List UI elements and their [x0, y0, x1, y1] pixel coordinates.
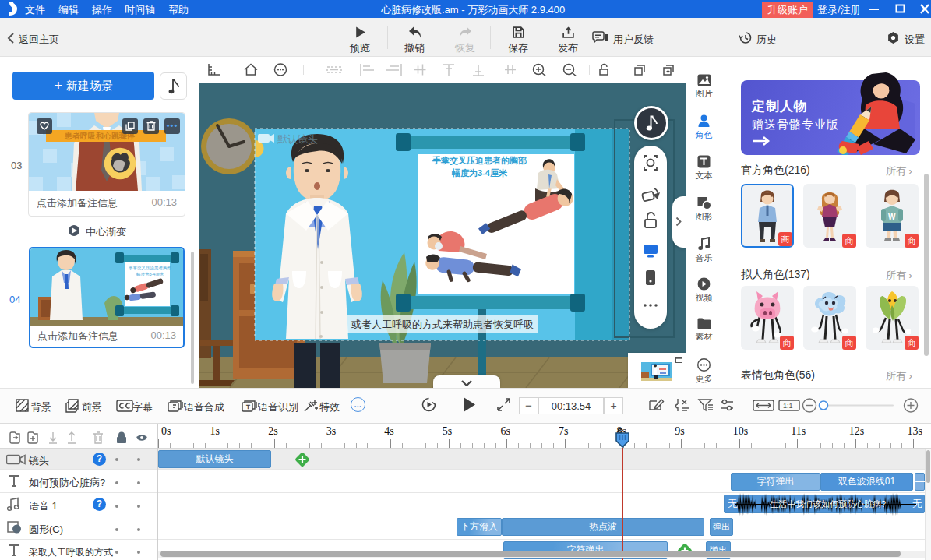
svg-text:或者人工呼吸的方式来帮助患者恢复呼吸: 或者人工呼吸的方式来帮助患者恢复呼吸	[351, 319, 534, 330]
svg-text:手掌交叉压迫患者胸部: 手掌交叉压迫患者胸部	[129, 266, 172, 271]
svg-text:W: W	[888, 213, 896, 221]
svg-text:T: T	[246, 403, 250, 410]
svg-text:幅度为3-4厘米: 幅度为3-4厘米	[136, 272, 164, 277]
svg-text:1:1: 1:1	[783, 402, 793, 410]
svg-text:幅度为3-4厘米: 幅度为3-4厘米	[451, 168, 508, 178]
svg-text:默认镜头: 默认镜头	[277, 133, 318, 145]
svg-text:手掌交叉压迫患者的胸部: 手掌交叉压迫患者的胸部	[432, 156, 527, 166]
